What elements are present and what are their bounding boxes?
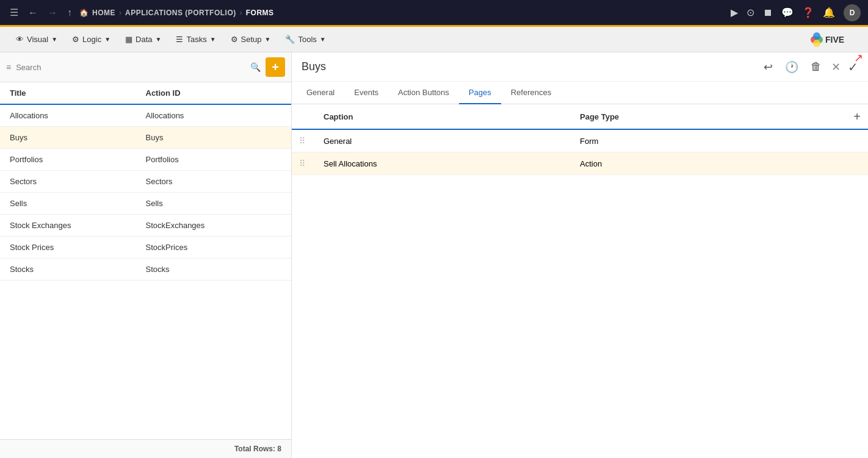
row-title: Portfolios	[10, 155, 146, 164]
row-action-id: Stocks	[146, 265, 282, 274]
page-type: Form	[580, 137, 836, 146]
bell-icon[interactable]: 🔔	[823, 7, 835, 18]
pages-row[interactable]: ⠿ Sell Allocations Action	[292, 152, 868, 175]
row-title: Sells	[10, 199, 146, 208]
data-label: Data	[136, 35, 152, 44]
main-container: ≡ 🔍 + Title Action ID AllocationsAllocat…	[0, 52, 868, 458]
tools-icon: 🔧	[285, 35, 295, 44]
five-logo: FIVE	[809, 31, 858, 48]
breadcrumb-sep-1: ›	[119, 9, 121, 17]
data-dropdown-icon: ▼	[156, 36, 162, 43]
data-icon: ▦	[125, 35, 132, 44]
tasks-dropdown-icon: ▼	[210, 36, 216, 43]
list-row[interactable]: Stock ExchangesStockExchanges	[0, 215, 291, 237]
back-icon[interactable]: ←	[26, 5, 40, 21]
close-icon[interactable]: ✕	[831, 60, 841, 74]
delete-icon[interactable]: 🗑	[808, 58, 824, 76]
help-icon[interactable]: ❓	[802, 7, 814, 18]
undo-icon[interactable]: ↩	[761, 58, 775, 76]
page-caption: General	[324, 137, 580, 146]
row-action-id: Buys	[146, 133, 282, 142]
list-row[interactable]: AllocationsAllocations	[0, 105, 291, 127]
page-type: Action	[580, 159, 836, 168]
total-rows-label: Total Rows: 8	[234, 445, 281, 453]
logic-dropdown-icon: ▼	[104, 36, 110, 43]
pages-content: Caption Page Type + ⠿ General Form ⠿ Sel…	[292, 104, 868, 458]
list-row[interactable]: PortfoliosPortfolios	[0, 149, 291, 171]
avatar[interactable]: D	[844, 4, 861, 21]
left-panel: ≡ 🔍 + Title Action ID AllocationsAllocat…	[0, 52, 292, 458]
nav-setup[interactable]: ⚙ Setup ▼	[225, 31, 277, 48]
list-row[interactable]: SectorsSectors	[0, 171, 291, 193]
drag-handle: ⠿	[299, 159, 324, 168]
top-nav-bar: ☰ ← → ↑ 🏠 HOME › APPLICATIONS (PORTFOLIO…	[0, 0, 868, 27]
forward-icon[interactable]: →	[45, 5, 60, 21]
row-title: Stocks	[10, 265, 146, 274]
history-icon[interactable]: 🕐	[783, 58, 801, 76]
tab-general[interactable]: General	[297, 82, 344, 104]
home-icon: 🏠	[79, 9, 89, 17]
tabs-bar: General Events Action Buttons Pages Refe…	[292, 82, 868, 104]
row-title: Sectors	[10, 177, 146, 186]
add-page-button[interactable]: +	[853, 110, 861, 123]
add-button[interactable]: +	[266, 57, 285, 77]
five-logo-svg: FIVE	[809, 31, 858, 48]
tab-action-buttons[interactable]: Action Buttons	[388, 82, 459, 104]
pages-row[interactable]: ⠿ General Form	[292, 130, 868, 152]
row-action-id: Sells	[146, 199, 282, 208]
nav-tools[interactable]: 🔧 Tools ▼	[279, 31, 331, 48]
list-row[interactable]: BuysBuys	[0, 127, 291, 149]
play-icon[interactable]: ▶	[731, 7, 738, 18]
hamburger-icon[interactable]: ☰	[7, 4, 21, 21]
search-circle-icon[interactable]: ⊙	[747, 7, 754, 18]
list-row[interactable]: Stock PricesStockPrices	[0, 237, 291, 259]
add-page-col: +	[836, 110, 861, 123]
pages-rows-container: ⠿ General Form ⠿ Sell Allocations Action	[292, 130, 868, 175]
breadcrumb-applications[interactable]: APPLICATIONS (PORTFOLIO)	[125, 9, 236, 17]
row-action-id: StockExchanges	[146, 221, 282, 230]
page-type-column-header: Page Type	[580, 112, 836, 121]
nav-logic[interactable]: ⚙ Logic ▼	[66, 31, 117, 48]
visual-dropdown-icon: ▼	[51, 36, 57, 43]
row-action-id: Portfolios	[146, 155, 282, 164]
nav-tasks[interactable]: ☰ Tasks ▼	[170, 31, 222, 48]
eye-icon: 👁	[16, 35, 24, 44]
row-title: Stock Exchanges	[10, 221, 146, 230]
tab-events[interactable]: Events	[344, 82, 388, 104]
tab-pages[interactable]: Pages	[459, 82, 501, 104]
list-row[interactable]: StocksStocks	[0, 259, 291, 281]
tasks-icon: ☰	[176, 35, 183, 44]
save-check-icon[interactable]: ✓	[848, 60, 858, 74]
row-action-id: Allocations	[146, 111, 282, 120]
action-id-column-header: Action ID	[146, 88, 282, 98]
stop-icon[interactable]: ⏹	[763, 7, 773, 18]
tab-references[interactable]: References	[501, 82, 561, 104]
tasks-label: Tasks	[186, 35, 206, 44]
title-column-header: Title	[10, 88, 146, 98]
list-row[interactable]: SellsSells	[0, 193, 291, 215]
chat-icon[interactable]: 💬	[781, 7, 794, 18]
breadcrumb-sep-2: ›	[240, 9, 242, 17]
nav-visual[interactable]: 👁 Visual ▼	[10, 31, 63, 48]
svg-point-3	[813, 40, 820, 47]
tools-dropdown-icon: ▼	[320, 36, 326, 43]
search-input[interactable]	[16, 63, 245, 72]
nav-data[interactable]: ▦ Data ▼	[119, 31, 167, 48]
top-nav-right: ▶ ⊙ ⏹ 💬 ❓ 🔔 D	[731, 4, 861, 21]
breadcrumb-home[interactable]: HOME	[92, 9, 115, 17]
up-icon[interactable]: ↑	[65, 5, 74, 21]
visual-label: Visual	[27, 35, 48, 44]
form-title: Buys	[302, 60, 326, 73]
breadcrumb: 🏠 HOME › APPLICATIONS (PORTFOLIO) › FORM…	[79, 9, 274, 17]
logic-icon: ⚙	[72, 35, 79, 44]
list-header: Title Action ID	[0, 82, 291, 105]
second-nav-bar: 👁 Visual ▼ ⚙ Logic ▼ ▦ Data ▼ ☰ Tasks ▼ …	[0, 27, 868, 52]
search-icon[interactable]: 🔍	[250, 62, 261, 72]
logic-label: Logic	[82, 35, 101, 44]
right-header: Buys ↩ 🕐 🗑 ✕ ✓	[292, 52, 868, 82]
row-title: Buys	[10, 133, 146, 142]
breadcrumb-forms[interactable]: FORMS	[246, 9, 274, 17]
search-bar: ≡ 🔍 +	[0, 52, 291, 82]
list-footer: Total Rows: 8	[0, 439, 291, 458]
setup-icon: ⚙	[231, 35, 238, 44]
